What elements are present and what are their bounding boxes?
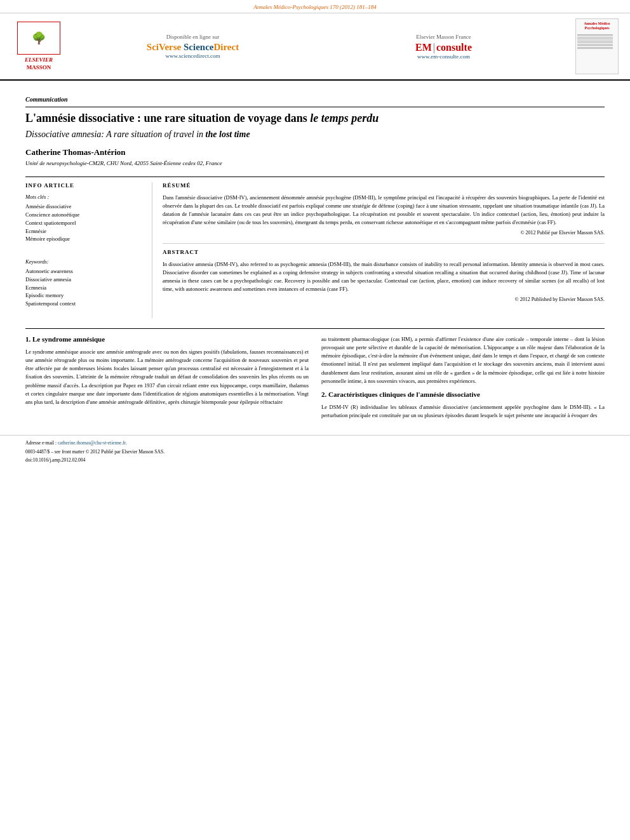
body-right-col: au traitement pharmacologique (cas HM), … bbox=[321, 335, 605, 425]
abstract-english-section: ABSTRACT In dissociative amnesia (DSM-IV… bbox=[163, 243, 605, 302]
abstract-title: ABSTRACT bbox=[163, 249, 605, 255]
section1-right-text: au traitement pharmacologique (cas HM), … bbox=[321, 335, 605, 385]
sciverse-url[interactable]: www.sciencedirect.com bbox=[166, 53, 220, 59]
mot-cle-5: Mémoire episodique bbox=[25, 235, 142, 243]
available-online-text: Disponible en ligne sur bbox=[166, 34, 220, 40]
em-url[interactable]: www.em-consulte.com bbox=[417, 53, 470, 60]
journal-header: Annales Médico-Psychologiques 170 (2012)… bbox=[0, 0, 630, 13]
page: Annales Médico-Psychologiques 170 (2012)… bbox=[0, 0, 630, 840]
elsevier-label: ELSEVIER bbox=[25, 57, 53, 64]
thumb-cover: Annales Médico Psychologiques bbox=[575, 18, 619, 74]
abstract-text: In dissociative amnesia (DSM-IV), also r… bbox=[163, 260, 605, 293]
journal-citation: Annales Médico-Psychologiques 170 (2012)… bbox=[253, 4, 376, 10]
mot-cle-2: Conscience autonoétique bbox=[25, 211, 142, 219]
em-consulte-area: Elsevier Masson France EM | consulte www… bbox=[318, 34, 569, 60]
author-name: Catherine Thomas-Antérion bbox=[25, 147, 605, 157]
author-affiliation: Unité de neuropsychologie-CM2R, CHU Nord… bbox=[25, 160, 605, 166]
main-content: Communication L'amnésie dissociative : u… bbox=[0, 81, 630, 425]
subtitle-text-bold: the lost time bbox=[206, 130, 250, 139]
abstract-copyright: © 2012 Published by Elsevier Masson SAS. bbox=[163, 297, 605, 302]
keywords-label: Keywords: bbox=[25, 258, 142, 265]
subtitle-text-normal: Dissociative amnesia: A rare situation o… bbox=[25, 130, 206, 139]
info-section-title: INFO ARTICLE bbox=[25, 182, 142, 189]
mots-cles-list: Amnésie dissociative Conscience autonoét… bbox=[25, 203, 142, 243]
elsevier-masson-france-text: Elsevier Masson France bbox=[416, 34, 471, 40]
em-consulte-logo: EM | consulte bbox=[415, 42, 472, 53]
mot-cle-4: Ecmnésie bbox=[25, 227, 142, 236]
section1-heading: 1. Le syndrome amnésique bbox=[25, 335, 309, 343]
issn-text: 0003-4487/$ – see front matter © 2012 Pu… bbox=[25, 449, 164, 455]
sciverse-link[interactable]: SciVerse ScienceDirect bbox=[147, 42, 239, 53]
elsevier-box: 🌳 bbox=[17, 22, 60, 55]
doi-text: doi:10.1016/j.amp.2012.02.004 bbox=[25, 457, 85, 463]
keyword-2: Dissociative amnesia bbox=[25, 276, 142, 284]
publisher-banner: 🌳 ELSEVIER MASSON Disponible en ligne su… bbox=[0, 13, 630, 81]
thumb-lines bbox=[577, 33, 617, 50]
masson-label: MASSON bbox=[25, 64, 53, 72]
resume-title: RÉSUMÉ bbox=[163, 182, 605, 189]
footer-area: Adresse e-mail : catherine.thomas@chu-st… bbox=[0, 435, 630, 463]
mot-cle-1: Amnésie dissociative bbox=[25, 203, 142, 211]
article-title-italic: le temps perdu bbox=[310, 112, 379, 124]
email-label: Adresse e-mail : bbox=[25, 440, 57, 446]
keyword-1: Autonoetic awareness bbox=[25, 267, 142, 276]
keyword-5: Spatiotemporal context bbox=[25, 300, 142, 308]
body-left-col: 1. Le syndrome amnésique Le syndrome amn… bbox=[25, 335, 309, 425]
article-subtitle: Dissociative amnesia: A rare situation o… bbox=[25, 130, 605, 140]
section1-text: Le syndrome amnésique associe une amnési… bbox=[25, 348, 309, 406]
issn-footnote: 0003-4487/$ – see front matter © 2012 Pu… bbox=[25, 448, 605, 455]
resume-copyright: © 2012 Publié par Elsevier Masson SAS. bbox=[163, 230, 605, 236]
article-title: L'amnésie dissociative : une rare situat… bbox=[25, 111, 605, 126]
doi-footnote: doi:10.1016/j.amp.2012.02.004 bbox=[25, 457, 605, 463]
mots-cles-label: Mots clés : bbox=[25, 194, 142, 200]
elsevier-logo-area: 🌳 ELSEVIER MASSON bbox=[10, 22, 67, 71]
mot-cle-3: Context spatiotemporel bbox=[25, 219, 142, 227]
journal-thumbnail: Annales Médico Psychologiques bbox=[575, 18, 620, 74]
info-article-col: INFO ARTICLE Mots clés : Amnésie dissoci… bbox=[25, 182, 152, 318]
elsevier-tree-icon: 🌳 bbox=[32, 32, 46, 44]
article-title-main: L'amnésie dissociative : une rare situat… bbox=[25, 112, 310, 124]
section2-heading: 2. Caractéristiques cliniques de l'amnés… bbox=[321, 390, 605, 398]
abstract-col: RÉSUMÉ Dans l'amnésie dissociative (DSM-… bbox=[152, 182, 605, 318]
body-columns: 1. Le syndrome amnésique Le syndrome amn… bbox=[25, 335, 605, 425]
keyword-3: Ecmnesia bbox=[25, 284, 142, 292]
resume-text: Dans l'amnésie dissociative (DSM-IV), an… bbox=[163, 194, 605, 226]
sciverse-area: Disponible en ligne sur SciVerse Science… bbox=[67, 34, 318, 59]
title-divider bbox=[25, 107, 605, 107]
keywords-list: Autonoetic awareness Dissociative amnesi… bbox=[25, 267, 142, 308]
article-section-label: Communication bbox=[25, 96, 605, 103]
thumb-title: Annales Médico Psychologiques bbox=[577, 22, 617, 30]
info-abstract-section: INFO ARTICLE Mots clés : Amnésie dissoci… bbox=[25, 177, 605, 318]
body-section: 1. Le syndrome amnésique Le syndrome amn… bbox=[25, 328, 605, 425]
email-value[interactable]: catherine.thomas@chu-st-etienne.fr. bbox=[58, 440, 127, 446]
section2-text: Le DSM-IV (R) individualise les tableaux… bbox=[321, 403, 605, 420]
email-footnote: Adresse e-mail : catherine.thomas@chu-st… bbox=[25, 439, 605, 446]
keyword-4: Episodic memory bbox=[25, 291, 142, 300]
